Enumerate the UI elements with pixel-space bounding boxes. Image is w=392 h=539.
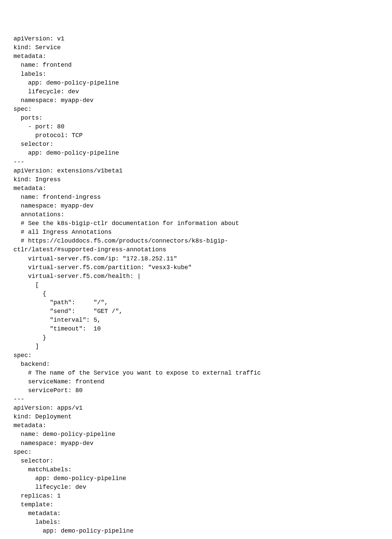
yaml-code-block: apiVersion: v1 kind: Service metadata: n… <box>13 34 379 535</box>
